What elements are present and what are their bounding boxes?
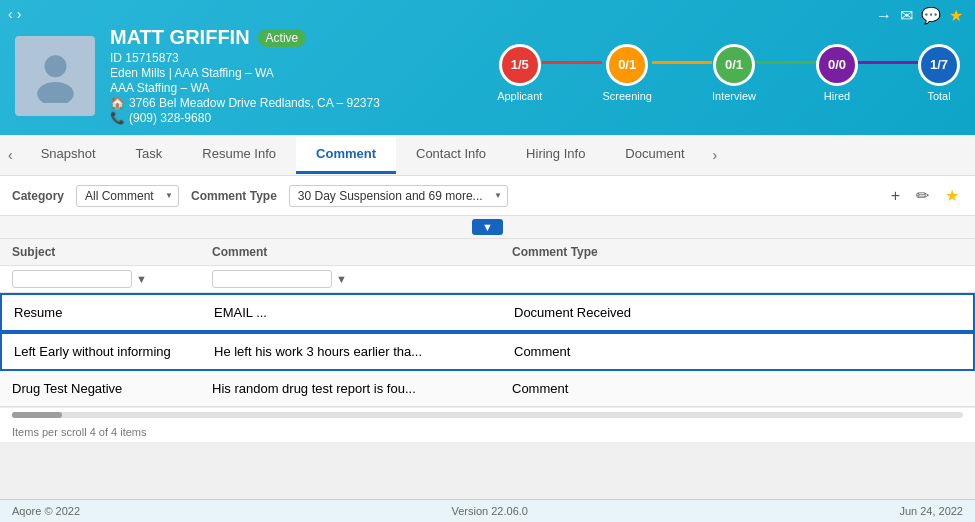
row-type: Comment (512, 381, 963, 396)
subject-filter-input[interactable] (12, 270, 132, 288)
scrollbar-area[interactable] (0, 407, 975, 422)
table-row[interactable]: Left Early without informingHe left his … (0, 332, 975, 371)
pipeline-circle-hired[interactable]: 0/0 (816, 44, 858, 86)
person-name: MATT GRIFFIN Active (110, 26, 462, 49)
category-select-wrap: All Comment (76, 185, 179, 207)
category-select[interactable]: All Comment (76, 185, 179, 207)
pipeline-label-interview: Interview (712, 90, 756, 102)
person-info: MATT GRIFFIN Active ID 15715873 Eden Mil… (110, 26, 462, 125)
comment-filter-cell: ▼ (212, 270, 512, 288)
col-type: Comment Type (512, 245, 963, 259)
tab-task[interactable]: Task (116, 136, 183, 174)
row-type: Document Received (514, 305, 961, 320)
comment-filter-icon[interactable]: ▼ (336, 273, 347, 285)
content: Category All Comment Comment Type 30 Day… (0, 176, 975, 442)
comment-type-select-wrap: 30 Day Suspension and 69 more... (289, 185, 508, 207)
collapse-bar: ▼ (0, 216, 975, 239)
footer-copyright: Aqore © 2022 (12, 505, 80, 517)
category-label: Category (12, 189, 64, 203)
collapse-button[interactable]: ▼ (472, 219, 503, 235)
comment-type-label: Comment Type (191, 189, 277, 203)
nav-back-icon[interactable]: ‹ (8, 6, 13, 22)
footer-date: Jun 24, 2022 (899, 505, 963, 517)
pipeline-label-screening: Screening (602, 90, 652, 102)
table-header: Subject Comment Comment Type (0, 239, 975, 266)
tab-scroll-left[interactable]: ‹ (0, 135, 21, 175)
pipeline-label-total: Total (927, 90, 950, 102)
pipeline: 1/5Applicant0/1Screening0/1Interview0/0H… (497, 44, 960, 102)
tab-document[interactable]: Document (605, 136, 704, 174)
row-comment: He left his work 3 hours earlier tha... (214, 344, 514, 359)
pipeline-line-1 (652, 61, 712, 64)
svg-point-1 (37, 82, 74, 103)
row-subject: Drug Test Negative (12, 381, 212, 396)
pipeline-item-total: 1/7Total (918, 44, 960, 102)
add-comment-button[interactable]: + (887, 185, 904, 207)
person-branch: AAA Staffing – WA (110, 81, 462, 95)
star-icon[interactable]: ★ (949, 6, 963, 25)
tab-scroll-right[interactable]: › (705, 135, 726, 175)
nav-forward-icon[interactable]: › (17, 6, 22, 22)
comment-type-select[interactable]: 30 Day Suspension and 69 more... (289, 185, 508, 207)
pipeline-label-applicant: Applicant (497, 90, 542, 102)
forward-icon[interactable]: → (876, 7, 892, 25)
tab-contact-info[interactable]: Contact Info (396, 136, 506, 174)
tab-comment[interactable]: Comment (296, 136, 396, 174)
subject-filter-cell: ▼ (12, 270, 212, 288)
tab-hiring-info[interactable]: Hiring Info (506, 136, 605, 174)
pipeline-item-interview: 0/1Interview (712, 44, 756, 102)
person-phone: 📞 (909) 328-9680 (110, 111, 462, 125)
row-subject: Resume (14, 305, 214, 320)
status-badge: Active (258, 29, 307, 47)
filter-actions: + ✏ ★ (887, 184, 963, 207)
scrollbar-thumb[interactable] (12, 412, 62, 418)
tab-snapshot[interactable]: Snapshot (21, 136, 116, 174)
avatar (15, 36, 95, 116)
pipeline-circle-total[interactable]: 1/7 (918, 44, 960, 86)
table-row[interactable]: ResumeEMAIL ...Document Received (0, 293, 975, 332)
footer: Aqore © 2022 Version 22.06.0 Jun 24, 202… (0, 499, 975, 522)
person-company: Eden Mills | AAA Staffing – WA (110, 66, 462, 80)
col-subject: Subject (12, 245, 212, 259)
pipeline-line-3 (858, 61, 918, 64)
footer-version: Version 22.06.0 (451, 505, 527, 517)
nav-arrows[interactable]: ‹ › (8, 6, 21, 22)
items-info: Items per scroll 4 of 4 items (0, 422, 975, 442)
pipeline-circle-applicant[interactable]: 1/5 (499, 44, 541, 86)
pipeline-circle-interview[interactable]: 0/1 (713, 44, 755, 86)
pipeline-line-0 (542, 61, 602, 64)
row-comment: EMAIL ... (214, 305, 514, 320)
tabs-container: ‹ Snapshot Task Resume Info Comment Cont… (0, 135, 975, 176)
scrollbar-track[interactable] (12, 412, 963, 418)
edit-button[interactable]: ✏ (912, 184, 933, 207)
row-type: Comment (514, 344, 961, 359)
pipeline-line-2 (756, 61, 816, 64)
favorite-button[interactable]: ★ (941, 184, 963, 207)
chat-icon[interactable]: 💬 (921, 6, 941, 25)
row-subject: Left Early without informing (14, 344, 214, 359)
pipeline-item-screening: 0/1Screening (602, 44, 652, 102)
table-row[interactable]: Drug Test NegativeHis random drug test r… (0, 371, 975, 407)
pipeline-circle-screening[interactable]: 0/1 (606, 44, 648, 86)
mail-icon[interactable]: ✉ (900, 6, 913, 25)
person-address: 🏠 3766 Bel Meadow Drive Redlands, CA – 9… (110, 96, 462, 110)
subject-filter-icon[interactable]: ▼ (136, 273, 147, 285)
person-id: ID 15715873 (110, 51, 462, 65)
pipeline-item-applicant: 1/5Applicant (497, 44, 542, 102)
row-comment: His random drug test report is fou... (212, 381, 512, 396)
header: ‹ › → ✉ 💬 ★ MATT GRIFFIN Active ID 15715… (0, 0, 975, 135)
header-top-bar: → ✉ 💬 ★ (864, 0, 975, 31)
tab-resume-info[interactable]: Resume Info (182, 136, 296, 174)
filter-bar: Category All Comment Comment Type 30 Day… (0, 176, 975, 216)
table-body: ResumeEMAIL ...Document ReceivedLeft Ear… (0, 293, 975, 407)
pipeline-item-hired: 0/0Hired (816, 44, 858, 102)
col-comment: Comment (212, 245, 512, 259)
table-filter-row: ▼ ▼ (0, 266, 975, 293)
type-filter-cell (512, 270, 963, 288)
pipeline-label-hired: Hired (824, 90, 850, 102)
comment-filter-input[interactable] (212, 270, 332, 288)
svg-point-0 (44, 55, 66, 77)
